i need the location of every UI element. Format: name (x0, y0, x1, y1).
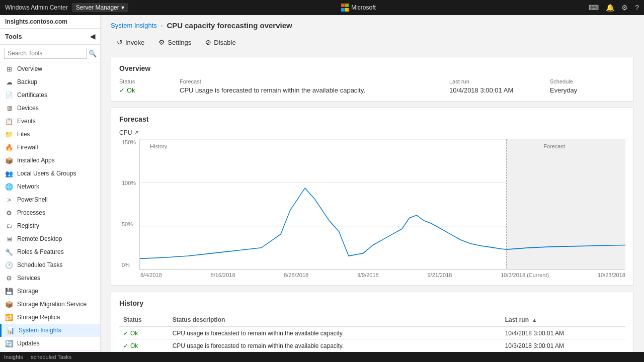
sidebar-item-overview[interactable]: ⊞ Overview (0, 62, 100, 75)
sidebar-item-roles-features[interactable]: 🔧 Roles & Features (0, 245, 100, 258)
sidebar-item-registry[interactable]: 🗂 Registry (0, 219, 100, 232)
sidebar-item-scheduled-tasks[interactable]: 🕐 Scheduled Tasks (0, 258, 100, 272)
status-label: Status (119, 78, 180, 84)
sidebar-item-powershell[interactable]: > PowerShell (0, 193, 100, 206)
powershell-label: PowerShell (17, 196, 48, 203)
forecast-value: CPU usage is forecasted to remain within… (180, 86, 449, 94)
local-users-icon: 👥 (5, 169, 13, 177)
history-table-header-row: Status Status description Last run ▲ (119, 313, 625, 327)
storage-label: Storage (17, 288, 38, 295)
x-label-6: 10/3/2018 (Current) (501, 272, 549, 278)
search-icon[interactable]: 🔍 (89, 50, 97, 57)
overview-status-col: Status ✓ Ok (119, 78, 180, 94)
x-label-2: 8/16/2018 (211, 272, 235, 278)
status-ok-text: Ok (127, 86, 135, 94)
gear-icon[interactable]: ⚙ (621, 4, 628, 12)
firewall-label: Firewall (17, 144, 38, 151)
col-last-run[interactable]: Last run ▲ (501, 313, 625, 327)
search-input[interactable] (4, 48, 87, 59)
settings-label: Settings (168, 39, 191, 46)
table-row: ✓Ok CPU usage is forecasted to remain wi… (119, 340, 625, 352)
sidebar-item-updates[interactable]: 🔄 Updates (0, 337, 100, 350)
col-status[interactable]: Status (119, 313, 169, 327)
server-manager-button[interactable]: Server Manager ▾ (72, 3, 128, 12)
forecast-title: Forecast (119, 115, 625, 123)
disable-button[interactable]: ⊘ Disable (199, 36, 242, 49)
expand-icon[interactable]: ↗ (134, 129, 139, 136)
sidebar-item-services[interactable]: ⚙ Services (0, 272, 100, 285)
remote-desktop-icon: 🖥 (5, 235, 13, 243)
storage-migration-icon: 📦 (5, 300, 13, 308)
overview-forecast-col: Forecast CPU usage is forecasted to rema… (180, 78, 449, 94)
registry-icon: 🗂 (5, 222, 13, 230)
sidebar-item-backup[interactable]: ☁ Backup (0, 75, 100, 88)
updates-label: Updates (17, 340, 40, 347)
content-inner: System Insights › CPU capacity forecasti… (101, 15, 644, 352)
firewall-icon: 🔥 (5, 143, 13, 151)
disable-label: Disable (214, 39, 235, 46)
forecast-region-label: Forecast (543, 143, 565, 149)
certificates-label: Certificates (17, 92, 47, 99)
terminal-icon[interactable]: ⌨ (589, 4, 599, 12)
y-label-50: 50% (122, 221, 136, 227)
table-row: ✓Ok CPU usage is forecasted to remain wi… (119, 327, 625, 340)
sidebar-item-system-insights[interactable]: 📊 System Insights (0, 324, 100, 337)
sidebar-item-network[interactable]: 🌐 Network (0, 180, 100, 193)
microsoft-logo-squares (341, 4, 349, 12)
invoke-label: Invoke (125, 39, 144, 46)
sidebar-item-processes[interactable]: ⚙ Processes (0, 206, 100, 219)
invoke-button[interactable]: ↺ Invoke (111, 36, 150, 49)
main-layout: insights.contoso.com Tools ◀ 🔍 ⊞ Overvie… (0, 15, 644, 352)
sidebar-item-local-users[interactable]: 👥 Local Users & Groups (0, 167, 100, 180)
y-label-0: 0% (122, 262, 136, 268)
sidebar-item-installed-apps[interactable]: 📦 Installed Apps (0, 154, 100, 167)
bell-icon[interactable]: 🔔 (606, 4, 614, 12)
sidebar-item-storage-replica[interactable]: 🔁 Storage Replica (0, 311, 100, 324)
help-icon[interactable]: ? (635, 4, 639, 12)
sidebar-item-firewall[interactable]: 🔥 Firewall (0, 141, 100, 154)
x-label-3: 8/28/2018 (284, 272, 308, 278)
invoke-icon: ↺ (117, 38, 123, 46)
installed-apps-label: Installed Apps (17, 157, 55, 164)
forecast-label: Forecast (180, 78, 449, 84)
collapse-icon[interactable]: ◀ (90, 33, 95, 40)
settings-button[interactable]: ⚙ Settings (152, 36, 197, 49)
services-icon: ⚙ (5, 274, 13, 282)
search-box: 🔍 (0, 45, 100, 62)
top-bar-center: Microsoft (341, 4, 376, 12)
row-status-value: Ok (130, 342, 138, 349)
disable-icon: ⊘ (205, 38, 211, 46)
top-bar-right: ⌨ 🔔 ⚙ ? (589, 4, 639, 12)
sidebar-item-certificates[interactable]: 📄 Certificates (0, 88, 100, 102)
sidebar-item-storage[interactable]: 💾 Storage (0, 285, 100, 298)
sidebar-item-remote-desktop[interactable]: 🖥 Remote Desktop (0, 232, 100, 245)
nav-list: ⊞ Overview ☁ Backup 📄 Certificates 🖥 Dev… (0, 62, 100, 350)
ms-red-square (341, 4, 345, 7)
ms-yellow-square (345, 8, 349, 12)
col-description[interactable]: Status description (169, 313, 501, 327)
sidebar-item-storage-migration[interactable]: 📦 Storage Migration Service (0, 298, 100, 311)
certificates-icon: 📄 (5, 91, 13, 99)
local-users-label: Local Users & Groups (17, 170, 76, 177)
storage-replica-icon: 🔁 (5, 313, 13, 321)
last-run-label: Last run (449, 78, 550, 84)
storage-migration-label: Storage Migration Service (17, 301, 87, 308)
backup-label: Backup (17, 78, 37, 85)
top-bar: Windows Admin Center Server Manager ▾ Mi… (0, 0, 644, 15)
sidebar-item-devices[interactable]: 🖥 Devices (0, 102, 100, 115)
sidebar-item-events[interactable]: 📋 Events (0, 115, 100, 128)
overview-icon: ⊞ (5, 65, 13, 73)
devices-label: Devices (17, 105, 39, 112)
events-label: Events (17, 118, 36, 125)
overview-section: Overview Status ✓ Ok Forecast CPU usage … (111, 57, 634, 102)
chart-container: History Forecast (139, 139, 625, 270)
sidebar-item-files[interactable]: 📁 Files (0, 128, 100, 141)
history-section: History Status Status description Last r… (111, 292, 634, 352)
breadcrumb-parent[interactable]: System Insights (111, 22, 157, 29)
scheduled-tasks-icon: 🕐 (5, 261, 13, 269)
dropdown-icon: ▾ (121, 4, 124, 11)
bottom-bar-insights: Insights scheduled Tasks (4, 354, 71, 360)
row-status: ✓Ok (119, 327, 169, 340)
chart-y-labels: 150% 100% 50% 0% (122, 139, 136, 268)
hostname: insights.contoso.com (0, 15, 100, 29)
